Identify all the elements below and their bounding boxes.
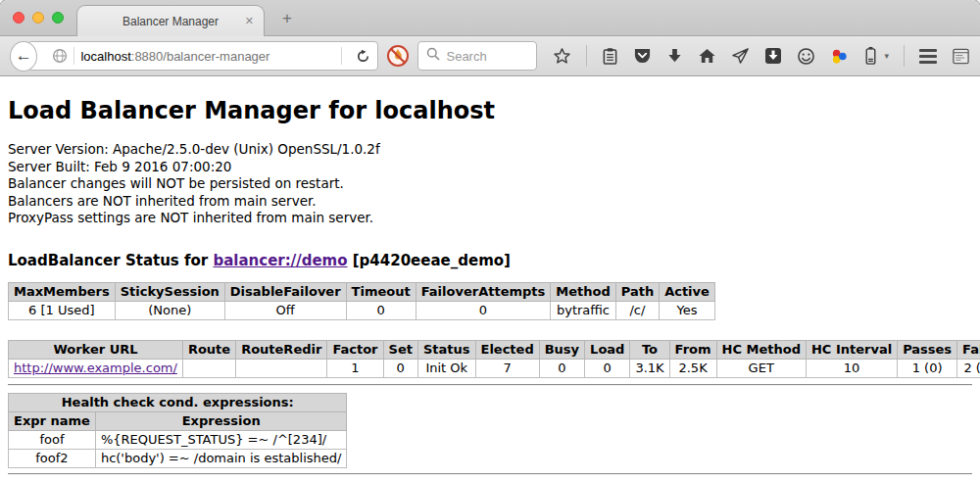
tab-groups-icon[interactable] (952, 47, 970, 66)
browser-window: Balancer Manager ✕ + ← localhost:8880/ba… (0, 0, 980, 481)
cell: 0 (346, 301, 416, 319)
column-header: To (630, 340, 669, 359)
cell: Off (224, 301, 346, 319)
cell: /c/ (615, 301, 659, 319)
new-tab-button[interactable]: + (282, 10, 292, 26)
send-page-icon[interactable] (731, 47, 750, 65)
cell: Yes (660, 301, 715, 319)
column-header: HC Method (716, 340, 806, 359)
column-header: Timeout (346, 282, 416, 301)
health-check-table: Health check cond. expressions:Expr name… (8, 393, 347, 468)
cell (182, 359, 235, 377)
url-divider2 (341, 47, 342, 65)
back-button[interactable]: ← (10, 41, 37, 72)
save-addon-icon[interactable] (764, 47, 782, 65)
home-icon[interactable] (698, 47, 716, 65)
reload-button[interactable] (348, 49, 377, 64)
server-built-line: Server Built: Feb 9 2016 07:00:20 (8, 159, 972, 176)
column-header: DisableFailover (224, 282, 346, 301)
url-bar[interactable]: localhost:8880/balancer-manager (27, 41, 378, 71)
column-header: RouteRedir (236, 340, 327, 359)
table-row: foof2hc('body') =~ /domain is establishe… (9, 449, 347, 467)
column-header: From (669, 340, 716, 359)
column-header: Elected (475, 340, 539, 359)
column-header: Factor (327, 340, 383, 359)
balancer-settings-table: MaxMembersStickySessionDisableFailoverTi… (8, 282, 715, 320)
cell: 0 (416, 301, 551, 319)
downloadhelper-addon-icon[interactable] (830, 47, 849, 66)
column-header: Path (615, 282, 659, 301)
page-title: Load Balancer Manager for localhost (8, 76, 972, 124)
cell: (None) (115, 301, 224, 319)
emoji-addon-icon[interactable] (797, 47, 815, 66)
toolbar-buttons: ▾ (553, 45, 970, 67)
downloads-icon[interactable] (666, 47, 683, 65)
cell: 0 (585, 359, 630, 377)
status-prefix: LoadBalancer Status for (8, 252, 213, 269)
inherit-notice-line: Balancers are NOT inherited from main se… (8, 193, 972, 211)
column-header: Status (417, 340, 475, 359)
column-header: Passes (898, 340, 957, 359)
persist-notice-line: Balancer changes will NOT be persisted o… (8, 175, 972, 193)
cell: 0 (383, 359, 417, 377)
battery-addon-icon[interactable] (863, 46, 878, 66)
server-version-line: Server Version: Apache/2.5.0-dev (Unix) … (8, 141, 972, 159)
cell (236, 359, 327, 377)
column-header: Load (585, 340, 630, 359)
menu-icon[interactable] (919, 49, 937, 64)
search-placeholder: Search (446, 49, 486, 64)
cell: 6 [1 Used] (9, 301, 116, 319)
cell: http://www.example.com/ (9, 359, 183, 377)
flashblock-icon[interactable] (386, 43, 410, 69)
divider-rule (8, 384, 972, 386)
url-text[interactable]: localhost:8880/balancer-manager (80, 49, 335, 64)
balancer-demo-link[interactable]: balancer://demo (213, 252, 347, 269)
cell: 1 (0) (898, 359, 957, 377)
page-content: Load Balancer Manager for localhost Serv… (0, 76, 980, 481)
tab-title: Balancer Manager (122, 15, 219, 28)
table-title: Health check cond. expressions: (9, 393, 347, 411)
table-row: foof%{REQUEST_STATUS} =~ /^[234]/ (9, 430, 347, 449)
bottom-rule (8, 473, 972, 475)
column-header: Fails (957, 340, 980, 359)
status-suffix: [p4420eeae_demo] (348, 252, 511, 269)
addon-dropdown-caret-icon[interactable]: ▾ (884, 51, 889, 61)
tab-close-icon[interactable]: ✕ (245, 15, 254, 27)
navigation-toolbar: ← localhost:8880/balancer-manager (0, 36, 980, 76)
bookmarks-menu-icon[interactable] (602, 47, 618, 66)
column-header: MaxMembers (9, 282, 116, 301)
search-icon (426, 47, 440, 65)
cell: 0 (539, 359, 584, 377)
loadbalancer-status-heading: LoadBalancer Status for balancer://demo … (8, 252, 972, 269)
cell: 3.1K (630, 359, 669, 377)
worker-url-link[interactable]: http://www.example.com/ (14, 361, 177, 375)
cell: bytraffic (551, 301, 615, 319)
cell: 2 (0) (957, 359, 980, 377)
worker-status-table: Worker URLRouteRouteRedirFactorSetStatus… (8, 340, 980, 378)
tab-bar: Balancer Manager ✕ + (0, 0, 980, 36)
toolbar-separator2 (904, 45, 905, 67)
cell: 10 (806, 359, 897, 377)
column-header: Method (551, 282, 615, 301)
zoom-window-button[interactable] (52, 12, 64, 24)
column-header: Active (660, 282, 715, 301)
column-header: Worker URL (9, 340, 183, 359)
column-header: HC Interval (806, 340, 897, 359)
cell: 7 (475, 359, 539, 377)
cell: %{REQUEST_STATUS} =~ /^[234]/ (95, 430, 347, 449)
close-window-button[interactable] (13, 12, 24, 24)
url-domain: localhost (80, 49, 130, 64)
search-bar[interactable]: Search (417, 41, 537, 71)
column-header: Route (182, 340, 235, 359)
pocket-icon[interactable] (633, 47, 652, 65)
window-controls (13, 12, 64, 24)
url-path: :8880/balancer-manager (131, 49, 270, 64)
minimize-window-button[interactable] (32, 12, 44, 24)
back-icon: ← (16, 46, 32, 66)
cell: Init Ok (417, 359, 475, 377)
proxypass-notice-line: ProxyPass settings are NOT inherited fro… (8, 210, 972, 227)
tab-balancer-manager[interactable]: Balancer Manager ✕ (76, 5, 265, 36)
globe-icon (52, 48, 68, 64)
cell: hc('body') =~ /domain is established/ (95, 449, 347, 467)
bookmark-star-icon[interactable] (553, 47, 571, 66)
